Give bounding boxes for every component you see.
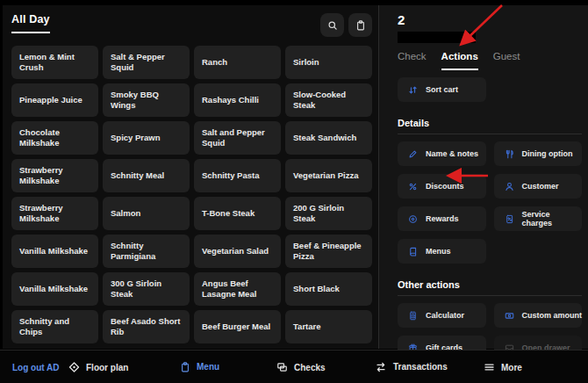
logout-label: Log out AD <box>12 362 60 372</box>
category-title: All Day <box>11 13 50 33</box>
menu-item-tile[interactable]: Spicy Prawn <box>103 121 190 155</box>
menu-item-tile[interactable]: Lemon & Mint Crush <box>11 46 98 79</box>
sort-cart-label: Sort cart <box>426 85 458 94</box>
nav-label: Checks <box>294 362 326 372</box>
menu-item-tile[interactable]: Vegetarian Pizza <box>285 159 372 192</box>
button-label: Discounts <box>426 182 464 191</box>
custom-amount-button[interactable]: Custom amount <box>494 303 583 328</box>
clipboard-icon <box>355 20 366 31</box>
menu-item-tile[interactable]: Slow-Cooked Steak <box>285 83 372 117</box>
tab-check[interactable]: Check <box>398 51 427 70</box>
tab-guest[interactable]: Guest <box>493 51 520 70</box>
bottom-nav-bar: Log out AD Floor plan Menu Checks Transa… <box>0 350 588 383</box>
menu-item-tile[interactable]: Schnitty Pasta <box>194 159 281 192</box>
sort-cart-button[interactable]: Sort cart <box>398 77 486 102</box>
dining-icon <box>505 149 514 159</box>
menu-item-tile[interactable]: T-Bone Steak <box>194 197 281 230</box>
dining-option-button[interactable]: Dining option <box>494 141 583 166</box>
order-tabs: Check Actions Guest <box>398 51 582 70</box>
nav-transactions[interactable]: Transactions <box>375 361 448 373</box>
menu-item-tile[interactable]: Smoky BBQ Wings <box>103 83 190 117</box>
customer-button[interactable]: Customer <box>494 174 583 199</box>
menu-item-tile[interactable]: Schnitty Parmigiana <box>103 235 190 268</box>
menu-header: All Day <box>11 13 378 37</box>
menu-item-tile[interactable]: Angus Beef Lasagne Meal <box>194 272 281 306</box>
button-label: Calculator <box>426 311 464 320</box>
button-label: Dining option <box>522 149 573 158</box>
details-section-title: Details <box>398 118 582 128</box>
main-area: All Day Lemon & Mint Crush <box>3 5 588 349</box>
menu-item-tile[interactable]: Strawberry Milkshake <box>11 197 98 230</box>
pos-app: All Day Lemon & Mint Crush <box>0 0 588 383</box>
menu-item-tile[interactable]: Schnitty Meal <box>103 159 190 192</box>
nav-floor-plan[interactable]: Floor plan <box>68 361 128 372</box>
rewards-button[interactable]: Rewards <box>398 206 486 231</box>
menu-item-tile[interactable]: Short Black <box>285 272 372 306</box>
menus-button[interactable]: Menus <box>398 239 486 264</box>
button-label: Rewards <box>426 214 459 223</box>
clipboard-button[interactable] <box>348 13 372 37</box>
menu-item-tile[interactable]: Ranch <box>194 46 281 79</box>
menu-item-tile[interactable]: Schnitty and Chips <box>11 310 98 343</box>
search-button[interactable] <box>320 13 344 37</box>
percent-icon <box>408 182 418 192</box>
book-icon <box>408 247 418 257</box>
menu-item-tile[interactable]: Steak Sandwich <box>285 121 372 155</box>
button-label: Custom amount <box>522 311 583 320</box>
logout-button[interactable]: Log out AD <box>12 362 60 372</box>
nav-label: Menu <box>197 362 219 372</box>
person-icon <box>505 182 514 192</box>
menu-item-tile[interactable]: Beef Asado Short Rib <box>103 310 190 343</box>
name-notes-button[interactable]: Name & notes <box>398 141 486 166</box>
nav-menu[interactable]: Menu <box>180 362 219 372</box>
checks-icon <box>276 361 288 372</box>
menu-item-tile[interactable]: Beef & Pineapple Pizza <box>285 235 372 268</box>
menu-panel: All Day Lemon & Mint Crush <box>3 5 378 349</box>
menu-item-tile[interactable]: Rashays Chilli <box>194 83 281 117</box>
nav-checks[interactable]: Checks <box>276 361 326 372</box>
menu-item-tile[interactable]: Vegetarian Salad <box>194 235 281 268</box>
floor-plan-icon <box>68 361 80 372</box>
nav-label: Transactions <box>393 362 448 372</box>
menu-clipboard-icon <box>180 362 190 372</box>
details-buttons: Name & notes Dining option Discounts <box>398 141 582 264</box>
menu-item-tile[interactable]: Beef Burger Meal <box>194 310 281 343</box>
calculator-button[interactable]: Calculator <box>398 303 486 328</box>
menu-item-tile[interactable]: Salt and Pepper Squid <box>194 121 281 155</box>
more-icon <box>484 361 495 372</box>
other-actions-section-title: Other actions <box>398 279 582 290</box>
other-actions-divider <box>398 295 582 296</box>
redacted-order-name <box>398 32 476 43</box>
menu-item-tile[interactable]: Chocolate Milkshake <box>11 121 98 155</box>
calculator-icon <box>408 311 418 321</box>
menu-item-tile[interactable]: Strawberry Milkshake <box>11 159 98 192</box>
sort-icon <box>408 85 418 95</box>
menu-item-tile[interactable]: Salmon <box>103 197 190 230</box>
menu-item-tile[interactable]: Vanilla Milkshake <box>11 235 98 268</box>
menu-item-tile[interactable]: Vanilla Milkshake <box>11 272 98 306</box>
search-icon <box>327 20 338 31</box>
button-label: Customer <box>522 182 559 191</box>
service-charge-icon <box>505 214 514 224</box>
button-label: Service charges <box>522 210 583 228</box>
menu-item-tile[interactable]: Salt & Pepper Squid <box>103 46 190 79</box>
service-charges-button[interactable]: Service charges <box>494 206 583 231</box>
pencil-icon <box>408 149 418 159</box>
nav-label: More <box>501 362 522 372</box>
menu-item-tile[interactable]: Tartare <box>285 310 372 343</box>
discounts-button[interactable]: Discounts <box>398 174 486 199</box>
menu-item-tile[interactable]: 300 G Sirloin Steak <box>103 272 190 306</box>
menu-item-tile[interactable]: Pineapple Juice <box>11 83 98 117</box>
order-count: 2 <box>398 12 582 27</box>
button-label: Menus <box>426 247 451 256</box>
menu-item-tile[interactable]: 200 G Sirloin Steak <box>285 197 372 230</box>
menu-item-grid: Lemon & Mint Crush Salt & Pepper Squid R… <box>11 46 372 343</box>
button-label: Name & notes <box>426 149 478 158</box>
nav-label: Floor plan <box>86 362 128 372</box>
details-divider <box>398 134 582 134</box>
menu-item-tile[interactable]: Sirloin <box>285 46 372 79</box>
tab-actions[interactable]: Actions <box>441 51 478 70</box>
transactions-icon <box>375 361 387 373</box>
nav-more[interactable]: More <box>484 361 522 372</box>
rewards-icon <box>408 214 418 224</box>
